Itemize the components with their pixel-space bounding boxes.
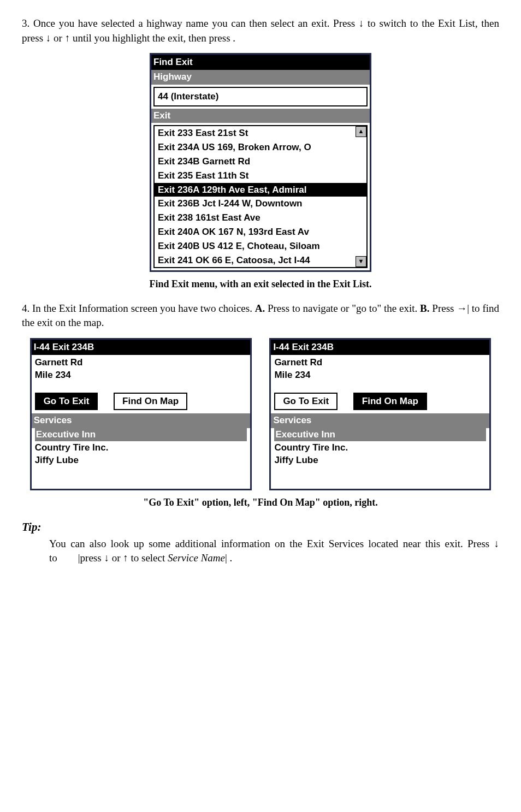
exit-list-item-selected[interactable]: Exit 236A 129th Ave East, Admiral [155,183,366,197]
service-item[interactable]: Jiffy Lube [274,454,486,467]
exit-road: Garnett Rd [274,356,486,369]
service-header[interactable]: Executive Inn [35,428,247,441]
highway-label: Highway [151,70,370,85]
service-item[interactable]: Country Tire Inc. [274,441,486,454]
services-label: Services [271,413,489,428]
exit-list-item[interactable]: Exit 234A US 169, Broken Arrow, O [155,140,366,155]
go-to-exit-button[interactable]: Go To Exit [274,393,338,410]
service-header[interactable]: Executive Inn [274,428,486,441]
find-on-map-button[interactable]: Find On Map [114,393,187,410]
tip-body: You can also look up some additional inf… [49,537,499,566]
caption-find-exit: Find Exit menu, with an exit selected in… [22,277,499,291]
scroll-up-icon[interactable]: ▲ [356,126,366,137]
exit-list-item[interactable]: Exit 241 OK 66 E, Catoosa, Jct I-44 [155,253,366,268]
step4-text: 4. In the Exit Information screen you ha… [22,301,499,330]
dialog-title: I-44 Exit 234B [32,340,250,355]
scroll-down-icon[interactable]: ▼ [356,256,366,267]
exit-mile: Mile 234 [35,369,247,382]
exit-list-item[interactable]: Exit 240B US 412 E, Choteau, Siloam [155,239,366,253]
exit-list-item[interactable]: Exit 234B Garnett Rd [155,155,366,169]
exit-info-dialog-left: I-44 Exit 234B Garnett Rd Mile 234 Go To… [30,338,252,490]
caption-exit-info: "Go To Exit" option, left, "Find On Map"… [22,496,499,509]
find-on-map-button[interactable]: Find On Map [353,393,427,410]
dialog-title: I-44 Exit 234B [271,340,489,355]
exit-label: Exit [151,109,370,123]
exit-list-item[interactable]: Exit 233 East 21st St [155,126,366,140]
exit-list[interactable]: ▲ Exit 233 East 21st St Exit 234A US 169… [153,125,368,268]
step3-text: 3. Once you have selected a highway name… [22,16,499,45]
service-item[interactable]: Jiffy Lube [35,454,247,467]
go-to-exit-button[interactable]: Go To Exit [35,393,98,410]
service-item[interactable]: Country Tire Inc. [35,441,247,454]
exit-road: Garnett Rd [35,356,247,369]
exit-list-item[interactable]: Exit 238 161st East Ave [155,211,366,225]
services-label: Services [32,413,250,428]
exit-mile: Mile 234 [274,369,486,382]
exit-list-item[interactable]: Exit 236B Jct I-244 W, Downtown [155,197,366,211]
find-exit-dialog: Find Exit Highway 44 (Interstate) Exit ▲… [150,53,371,272]
tip-label: Tip: [22,519,499,535]
exit-info-dialog-right: I-44 Exit 234B Garnett Rd Mile 234 Go To… [269,338,491,490]
dialog-title: Find Exit [151,55,370,70]
highway-field[interactable]: 44 (Interstate) [153,87,368,106]
exit-list-item[interactable]: Exit 240A OK 167 N, 193rd East Av [155,225,366,239]
exit-list-item[interactable]: Exit 235 East 11th St [155,169,366,183]
